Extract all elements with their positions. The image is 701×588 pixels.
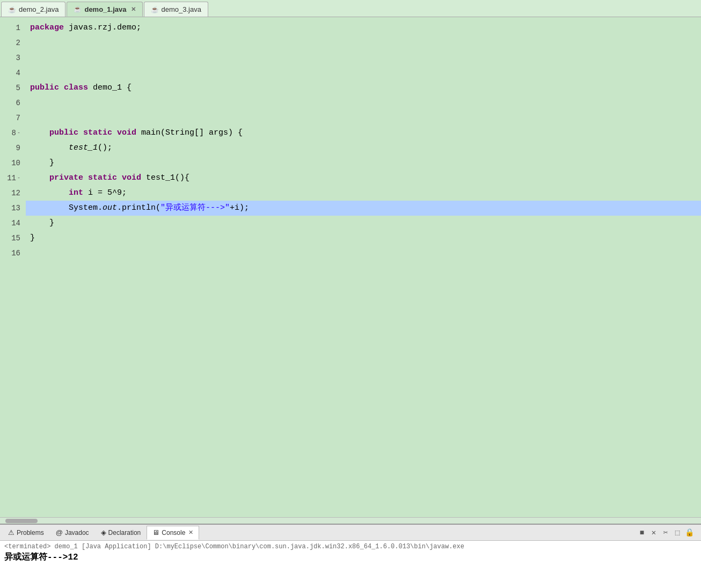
tab-label-demo2: demo_2.java xyxy=(19,5,59,13)
code-line-14: } xyxy=(26,216,701,231)
java-icon-demo3: ☕ xyxy=(151,6,159,13)
copy-button[interactable]: ⬚ xyxy=(672,527,683,538)
bottom-tabs-bar: ⚠ Problems @ Javadoc ◈ Declaration 🖥 Con… xyxy=(0,525,701,541)
horizontal-scrollbar[interactable] xyxy=(0,517,701,524)
line-num-6: 6 xyxy=(0,95,20,111)
code-line-5: public class demo_1 { xyxy=(26,80,701,95)
code-line-10: } xyxy=(26,156,701,171)
tab-label-demo1: demo_1.java xyxy=(84,5,126,13)
java-icon-demo1: ☕ xyxy=(74,5,82,13)
line-num-2: 2 xyxy=(0,35,20,50)
tab-demo1[interactable]: ☕ demo_1.java ✕ xyxy=(67,2,142,17)
console-close-icon[interactable]: ✕ xyxy=(188,529,193,536)
code-line-4 xyxy=(26,65,701,80)
line-num-9: 9 xyxy=(0,141,20,156)
line-num-10: 10 xyxy=(0,156,20,171)
stop-button[interactable]: ■ xyxy=(637,527,647,538)
code-line-12: int i = 5^9; xyxy=(26,186,701,201)
tab-close-demo1[interactable]: ✕ xyxy=(131,6,136,13)
tab-label-demo3: demo_3.java xyxy=(162,5,201,13)
code-line-3 xyxy=(26,50,701,65)
code-line-6 xyxy=(26,95,701,111)
code-line-15: } xyxy=(26,231,701,246)
line-numbers: 1 2 3 4 5 6 7 8- 9 10 11- 12 13 14 15 16 xyxy=(0,17,26,517)
java-icon-demo2: ☕ xyxy=(8,6,16,13)
code-line-8: public static void main(String[] args) { xyxy=(26,126,701,141)
bottom-toolbar: ■ ✕ ✂ ⬚ 🔒 xyxy=(199,527,699,538)
code-line-1: package javas.rzj.demo; xyxy=(26,20,701,35)
bottom-tab-declaration[interactable]: ◈ Declaration xyxy=(95,526,147,540)
tab-bar: ☕ demo_2.java ☕ demo_1.java ✕ ☕ demo_3.j… xyxy=(0,0,701,17)
problems-icon: ⚠ xyxy=(8,528,14,536)
bottom-tab-javadoc[interactable]: @ Javadoc xyxy=(50,526,95,540)
line-num-11: 11- xyxy=(0,171,20,186)
bottom-tab-problems[interactable]: ⚠ Problems xyxy=(2,526,50,540)
bottom-panel: ⚠ Problems @ Javadoc ◈ Declaration 🖥 Con… xyxy=(0,524,701,588)
line-num-14: 14 xyxy=(0,216,20,231)
console-icon: 🖥 xyxy=(152,528,159,536)
terminate-button[interactable]: ✕ xyxy=(648,527,659,538)
fold-icon-8[interactable]: - xyxy=(17,126,20,141)
code-line-16 xyxy=(26,246,701,261)
fold-icon-11[interactable]: - xyxy=(17,171,20,186)
code-container: 1 2 3 4 5 6 7 8- 9 10 11- 12 13 14 15 16… xyxy=(0,17,701,517)
code-line-13: System.out.println("异或运算符--->"+i); xyxy=(26,201,701,216)
console-output-line: 异或运算符--->12 xyxy=(4,552,697,563)
bottom-tab-label-problems: Problems xyxy=(17,529,44,536)
code-line-9: test_1(); xyxy=(26,141,701,156)
line-num-15: 15 xyxy=(0,231,20,246)
console-content: <terminated> demo_1 [Java Application] D… xyxy=(0,541,701,588)
code-line-2 xyxy=(26,35,701,50)
scrollbar-thumb[interactable] xyxy=(5,519,38,523)
lock-button[interactable]: 🔒 xyxy=(684,527,695,538)
javadoc-icon: @ xyxy=(56,528,63,536)
line-num-16: 16 xyxy=(0,246,20,261)
line-num-7: 7 xyxy=(0,111,20,126)
line-num-1: 1 xyxy=(0,20,20,35)
line-num-12: 12 xyxy=(0,186,20,201)
code-line-7 xyxy=(26,111,701,126)
line-num-4: 4 xyxy=(0,65,20,80)
bottom-tab-label-javadoc: Javadoc xyxy=(65,529,89,536)
console-terminated-line: <terminated> demo_1 [Java Application] D… xyxy=(4,543,697,550)
bottom-tabs-wrapper: ⚠ Problems @ Javadoc ◈ Declaration 🖥 Con… xyxy=(2,526,699,540)
line-num-8: 8- xyxy=(0,126,20,141)
code-line-11: private static void test_1(){ xyxy=(26,171,701,186)
code-lines[interactable]: package javas.rzj.demo; public class dem… xyxy=(26,17,701,517)
editor-area: 1 2 3 4 5 6 7 8- 9 10 11- 12 13 14 15 16… xyxy=(0,17,701,524)
tab-demo2[interactable]: ☕ demo_2.java xyxy=(1,2,65,17)
declaration-icon: ◈ xyxy=(101,528,106,536)
line-num-3: 3 xyxy=(0,50,20,65)
tab-demo3[interactable]: ☕ demo_3.java xyxy=(144,2,208,17)
bottom-tab-label-declaration: Declaration xyxy=(108,529,141,536)
cut-button[interactable]: ✂ xyxy=(660,527,671,538)
bottom-tab-label-console: Console xyxy=(162,529,185,536)
bottom-tab-console[interactable]: 🖥 Console ✕ xyxy=(147,526,199,540)
line-num-13: 13 xyxy=(0,201,20,216)
line-num-5: 5 xyxy=(0,80,20,95)
